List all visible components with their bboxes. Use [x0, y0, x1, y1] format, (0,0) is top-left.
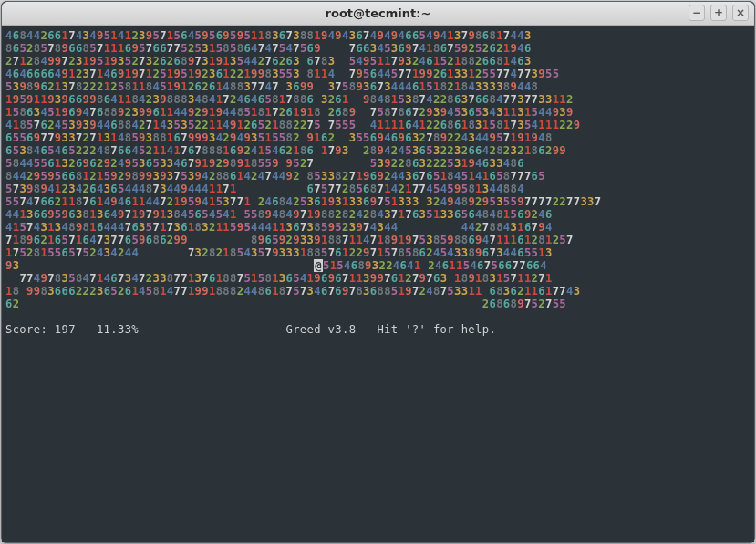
grid-row: 584455613269629249536533467919298918559 … — [5, 157, 751, 170]
terminal-window: root@tecmint:~ − + × 4684426617434951412… — [1, 1, 755, 543]
grid-row: 539896213782221258118451912626148837747 … — [5, 80, 751, 93]
grid-row: 4684426617434951412395715645956959511836… — [5, 29, 751, 42]
grid-row: 573989412342643654448734494441171 675772… — [5, 183, 751, 195]
maximize-button[interactable]: + — [710, 5, 727, 21]
window-controls: − + × — [689, 5, 749, 21]
grid-row: 8442959566812159298993937539428861424744… — [5, 170, 751, 183]
grid-row: 1752815565752434244 73282185435793331885… — [5, 246, 751, 259]
grid-row: 7749783584714673472338771376188751581365… — [5, 272, 751, 285]
status-bar: Score: 197 11.33% Greed v3.8 - Hit '?' f… — [5, 323, 751, 336]
close-button[interactable]: × — [732, 5, 749, 21]
grid-row: 93 @51546893224641 24611546756677664 — [5, 259, 751, 272]
grid-row: 1586345196947688923996114492919448518172… — [5, 106, 751, 119]
grid-row: 6556977933727131485938816799934294935155… — [5, 131, 751, 144]
grid-row: 8652857896685711169576677525315858647475… — [5, 42, 751, 55]
grid-row: 441366959638136497197913845654541 558948… — [5, 208, 751, 221]
grid-row: 1959119396699864118423988834841724646581… — [5, 93, 751, 106]
score-label: Score: — [5, 323, 47, 336]
minimize-button[interactable]: − — [689, 5, 705, 21]
blank-row — [5, 310, 751, 323]
grid-row: 6538465465222487664521141767888169241546… — [5, 144, 751, 157]
window-title: root@tecmint:~ — [326, 6, 431, 20]
grid-row: 4185762453939446884271435352211491265218… — [5, 119, 751, 131]
grid-row: 4646666491237146919712519519236122199835… — [5, 68, 751, 80]
grid-row: 18 9983666222365261458147719918882448618… — [5, 285, 751, 298]
grid-row: 55747662118761494611447219594153771 2468… — [5, 195, 751, 208]
grid-row: 4157431348981644476357173618321159544411… — [5, 221, 751, 234]
score-value: 197 — [55, 323, 76, 336]
help-hint: Greed v3.8 - Hit '?' for help. — [286, 323, 497, 336]
titlebar: root@tecmint:~ − + × — [2, 2, 754, 26]
grid-row: 2712849972319519352732626897319135442762… — [5, 55, 751, 68]
score-percent: 11.33% — [97, 323, 139, 336]
terminal-viewport[interactable]: 4684426617434951412395715645956959511836… — [2, 26, 754, 542]
player-cursor: @ — [314, 259, 323, 272]
grid-row: 62 268689752755 — [5, 298, 751, 310]
grid-row: 71896216571647377659686299 8965929339188… — [5, 234, 751, 246]
